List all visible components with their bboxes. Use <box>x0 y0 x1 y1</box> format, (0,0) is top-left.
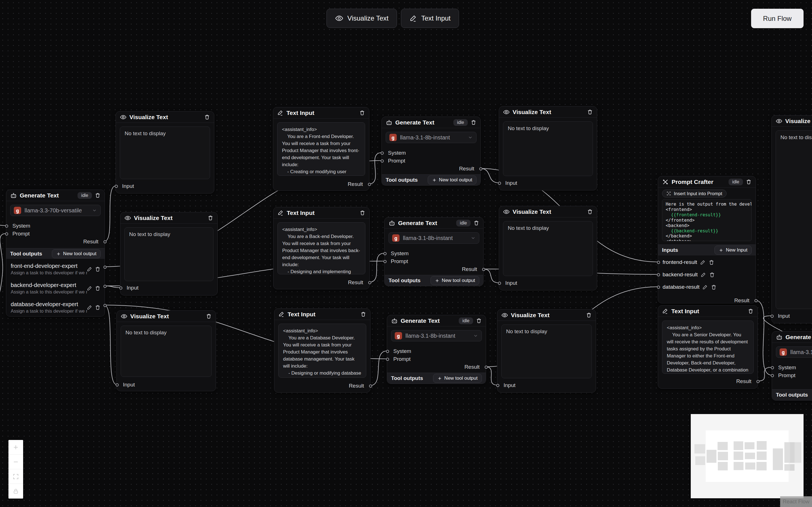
delete-node-button[interactable] <box>360 311 366 317</box>
node-gt3[interactable]: Generate Textidlegllama-3.1-8b-instantTo… <box>384 217 484 286</box>
port-handle[interactable] <box>657 261 660 264</box>
delete-node-button[interactable] <box>206 313 212 319</box>
delete-node-button[interactable] <box>587 209 593 215</box>
edit-input-button[interactable] <box>700 260 705 265</box>
lock-button[interactable] <box>8 484 23 499</box>
delete-node-button[interactable] <box>476 318 482 324</box>
node-ti1[interactable]: Text Input<assistant_info> You are a Fro… <box>273 107 369 191</box>
delete-node-button[interactable] <box>359 110 365 116</box>
model-select[interactable]: gllama-3.3-70b-versatile <box>10 205 101 216</box>
new-tool-output-button[interactable]: New tool output <box>428 175 476 184</box>
port-result[interactable] <box>479 167 483 170</box>
reactflow-attribution[interactable]: React Flow <box>780 496 812 507</box>
node-pc[interactable]: Prompt CrafteridleInsert Input into Prom… <box>658 176 756 303</box>
node-ti3[interactable]: Text Input<assistant_info> You are a Dat… <box>274 308 370 393</box>
node-v6[interactable]: Visualize TextNo text to displayInput <box>497 309 596 393</box>
add-visualize-text-button[interactable]: Visualize Text <box>326 9 397 28</box>
new-input-button[interactable]: New Input <box>714 245 752 255</box>
port-system[interactable] <box>386 350 389 353</box>
model-select[interactable]: gllama-3.1-8b-instant <box>389 232 479 244</box>
port-result[interactable] <box>485 365 488 369</box>
delete-node-button[interactable] <box>473 220 479 226</box>
node-gt1[interactable]: Generate Textidlegllama-3.3-70b-versatil… <box>6 189 105 317</box>
zoom-in-button[interactable] <box>8 440 23 455</box>
port-handle[interactable] <box>103 285 107 288</box>
edit-input-button[interactable] <box>703 284 708 290</box>
port-handle[interactable] <box>657 273 660 276</box>
port-prompt[interactable] <box>771 374 774 377</box>
model-select[interactable]: gllama-3.1-8b-instant <box>386 132 476 143</box>
new-tool-output-button[interactable]: New tool output <box>433 374 482 383</box>
node-v4[interactable]: Visualize TextNo text to displayInput <box>499 106 597 190</box>
port-system[interactable] <box>5 224 8 228</box>
port-prompt[interactable] <box>5 232 8 235</box>
model-select[interactable]: gllama-3.1-8b-instant <box>776 346 812 358</box>
port-input[interactable] <box>119 286 122 290</box>
port-result[interactable] <box>756 380 760 383</box>
delete-tool-output-button[interactable] <box>95 266 101 272</box>
node-ti4[interactable]: Text Input<assistant_info> You are a Sen… <box>658 305 758 389</box>
port-input[interactable] <box>115 185 118 188</box>
node-v3[interactable]: Visualize TextNo text to displayInput <box>116 311 216 391</box>
delete-tool-output-button[interactable] <box>95 304 101 311</box>
node-gt5[interactable]: Generate Textidlegllama-3.1-8b-instantTo… <box>772 331 812 400</box>
delete-tool-output-button[interactable] <box>95 285 101 291</box>
edit-input-button[interactable] <box>701 272 706 277</box>
flow-canvas[interactable]: Generate Textidlegllama-3.3-70b-versatil… <box>0 0 812 507</box>
delete-node-button[interactable] <box>359 210 365 216</box>
delete-node-button[interactable] <box>207 215 213 221</box>
delete-input-button[interactable] <box>709 260 714 265</box>
port-handle[interactable] <box>657 286 660 289</box>
text-input-textarea[interactable]: <assistant_info> You are a Back-end Deve… <box>277 222 365 274</box>
new-tool-output-button[interactable]: New tool output <box>430 276 479 285</box>
delete-node-button[interactable] <box>204 114 210 120</box>
run-flow-button[interactable]: Run Flow <box>751 9 804 28</box>
port-input[interactable] <box>498 282 501 285</box>
port-result[interactable] <box>368 281 371 284</box>
text-input-textarea[interactable]: <assistant_info> You are a Senior Develo… <box>662 321 754 374</box>
edit-tool-output-button[interactable] <box>87 286 92 291</box>
port-system[interactable] <box>771 366 774 369</box>
port-handle[interactable] <box>103 304 107 307</box>
delete-node-button[interactable] <box>470 119 476 125</box>
port-input[interactable] <box>770 315 774 318</box>
port-input[interactable] <box>496 384 499 387</box>
port-handle[interactable] <box>103 266 107 269</box>
edit-tool-output-button[interactable] <box>87 267 92 272</box>
delete-node-button[interactable] <box>748 308 754 314</box>
fit-view-button[interactable] <box>8 469 23 484</box>
minimap[interactable] <box>691 414 804 498</box>
new-tool-output-button[interactable]: New tool output <box>52 249 101 258</box>
insert-input-into-prompt-button[interactable]: Insert Input into Prompt <box>662 189 726 198</box>
zoom-out-button[interactable] <box>8 455 23 469</box>
node-v5[interactable]: Visualize TextNo text to displayInput <box>499 206 597 290</box>
port-result[interactable] <box>755 299 758 302</box>
port-result[interactable] <box>103 240 107 243</box>
port-prompt[interactable] <box>386 358 389 361</box>
text-input-textarea[interactable]: <assistant_info> You are a Database Deve… <box>278 324 366 378</box>
delete-node-button[interactable] <box>746 179 752 185</box>
delete-node-button[interactable] <box>586 312 592 318</box>
text-input-textarea[interactable]: <assistant_info> You are a Front-end Dev… <box>277 122 365 176</box>
node-v1[interactable]: Visualize TextNo text to displayInput <box>116 111 214 193</box>
node-gt2[interactable]: Generate Textidlegllama-3.1-8b-instantTo… <box>382 117 481 186</box>
delete-node-button[interactable] <box>95 192 101 198</box>
model-select[interactable]: gllama-3.1-8b-instant <box>391 330 482 341</box>
port-result[interactable] <box>369 385 372 388</box>
node-v2[interactable]: Visualize TextNo text to displayInput <box>120 212 218 295</box>
port-result[interactable] <box>482 268 485 271</box>
node-ti2[interactable]: Text Input<assistant_info> You are a Bac… <box>273 207 370 289</box>
port-result[interactable] <box>368 183 371 186</box>
port-prompt[interactable] <box>380 159 384 163</box>
delete-input-button[interactable] <box>709 272 715 278</box>
port-system[interactable] <box>380 152 384 155</box>
node-gt4[interactable]: Generate Textidlegllama-3.1-8b-instantTo… <box>387 315 486 384</box>
prompt-template-editor[interactable]: Here is the output from the developers<f… <box>662 199 752 241</box>
node-v7[interactable]: Visualize TextNo text to displayInput <box>771 115 812 323</box>
port-system[interactable] <box>384 252 387 255</box>
port-input[interactable] <box>116 383 119 386</box>
port-input[interactable] <box>498 182 501 185</box>
port-prompt[interactable] <box>384 260 387 263</box>
delete-node-button[interactable] <box>587 109 593 115</box>
edit-tool-output-button[interactable] <box>87 305 92 310</box>
